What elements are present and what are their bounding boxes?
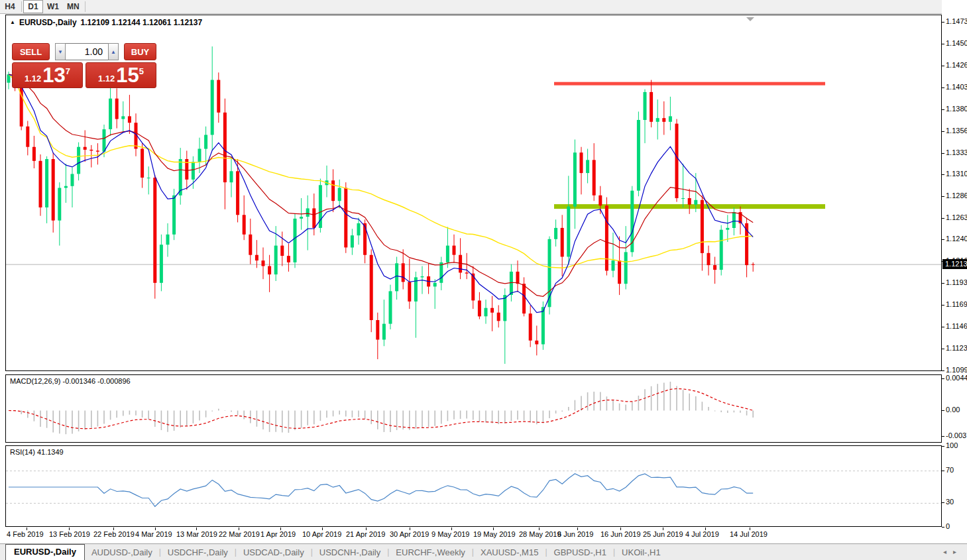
time-axis-label: 25 Jun 2019 [643, 530, 683, 538]
tab-scroll-arrows-icon[interactable]: ◂▸ [943, 548, 963, 555]
time-axis-tick [155, 528, 156, 530]
time-axis-tick [493, 528, 494, 530]
time-axis-tick [366, 528, 367, 530]
axis-tick [942, 109, 944, 110]
price-axis-label: 1.11465 [946, 322, 967, 330]
axis-tick [942, 174, 944, 175]
chart-shift-marker-icon[interactable] [746, 17, 754, 21]
price-axis-label: 1.14735 [946, 17, 967, 25]
timeframe-button-mn[interactable]: MN [63, 0, 84, 13]
time-axis-tick [322, 528, 323, 530]
price-axis-label: 1.14500 [946, 39, 967, 47]
chart-tab-usdchf-daily[interactable]: USDCHF-,Daily [161, 545, 235, 560]
chart-tab-ukoil-h1[interactable]: UKOil-,H1 [615, 545, 667, 560]
axis-tick [942, 502, 944, 503]
time-axis-tick [451, 528, 452, 530]
price-chart-pane[interactable]: ▲ EURUSD-,Daily 1.12109 1.12144 1.12061 … [5, 15, 942, 371]
price-axis-label: -0.003715 [946, 431, 967, 439]
timeframe-button-d1[interactable]: D1 [23, 0, 43, 13]
macd-label: MACD(12,26,9) -0.001346 -0.000896 [10, 377, 131, 385]
chart-tab-audusd-daily[interactable]: AUDUSD-,Daily [85, 545, 159, 560]
chart-symbol-label: EURUSD-,Daily [19, 18, 77, 27]
axis-tick [942, 410, 944, 411]
time-axis-tick [69, 528, 70, 530]
macd-indicator-pane[interactable]: MACD(12,26,9) -0.001346 -0.000896 [5, 374, 942, 443]
time-axis-tick [539, 528, 540, 530]
timeframe-button-w1[interactable]: W1 [43, 0, 63, 13]
time-axis-label: 13 Mar 2019 [176, 530, 217, 538]
price-axis-label: 1.14265 [946, 61, 967, 69]
sell-button[interactable]: SELL [12, 43, 50, 60]
price-axis-label: 1.11930 [946, 278, 967, 286]
price-axis-label: 1.13800 [946, 105, 967, 113]
timeframe-button-h4[interactable]: H4 [0, 0, 20, 13]
axis-tick [942, 283, 944, 284]
volume-input[interactable] [66, 43, 108, 60]
sell-price-pips: 13 [42, 66, 65, 85]
time-axis-label: 1 Apr 2019 [260, 530, 296, 538]
time-axis-label: 4 Feb 2019 [7, 530, 44, 538]
chart-tab-xauusd-m15[interactable]: XAUUSD-,M15 [474, 545, 545, 560]
chart-tab-eurchf-weekly[interactable]: EURCHF-,Weekly [389, 545, 472, 560]
time-axis-label: 19 May 2019 [473, 530, 516, 538]
time-axis-tick [410, 528, 410, 530]
chart-tab-gbpusd-h1[interactable]: GBPUSD-,H1 [547, 545, 613, 560]
buy-price-prefix: 1.12 [98, 72, 115, 85]
chart-tab-eurusd-daily[interactable]: EURUSD-,Daily [5, 544, 85, 560]
time-axis-label: 10 Apr 2019 [302, 530, 341, 538]
price-axis-label: 0 [946, 522, 950, 530]
price-axis-label: 1.13100 [946, 170, 967, 178]
price-axis-label: 100 [946, 441, 958, 449]
time-axis: 4 Feb 201913 Feb 201922 Feb 20194 Mar 20… [5, 528, 942, 542]
time-axis-tick [196, 528, 197, 530]
time-axis-label: 30 Apr 2019 [390, 530, 429, 538]
current-bid-badge: 1.12137 [942, 259, 967, 269]
chart-tab-usdcad-daily[interactable]: USDCAD-,Daily [237, 545, 311, 560]
axis-tick [942, 446, 944, 447]
axis-tick [942, 471, 944, 471]
axis-tick [942, 218, 944, 219]
axis-tick [942, 153, 944, 154]
axis-tick [942, 370, 944, 371]
price-axis-label: 1.12400 [946, 235, 967, 243]
trading-terminal-window: H4D1W1MN ▲ EURUSD-,Daily 1.12109 1.12144… [0, 0, 967, 560]
time-axis-tick [705, 528, 706, 530]
chart-tab-usdcnh-daily[interactable]: USDCNH-,Daily [313, 545, 387, 560]
sell-price-prefix: 1.12 [25, 72, 41, 85]
collapse-triangle-icon[interactable]: ▲ [10, 19, 15, 25]
axis-tick [942, 349, 944, 349]
price-axis-label: 1.12865 [946, 192, 967, 199]
time-axis-label: 13 Feb 2019 [49, 530, 90, 538]
timeframe-toolbar: H4D1W1MN [0, 0, 967, 14]
time-axis-label: 16 Jun 2019 [600, 530, 641, 538]
toolbar-separator [21, 1, 22, 12]
time-axis-label: 22 Mar 2019 [219, 530, 260, 538]
buy-price-pips: 15 [116, 66, 139, 85]
macd-signal-line [9, 389, 753, 429]
chart-tab-bar: EURUSD-,DailyAUDUSD-,Daily|USDCHF-,Daily… [0, 543, 967, 560]
buy-button[interactable]: BUY [124, 43, 156, 60]
axis-tick [942, 66, 944, 66]
price-axis-label: 0.00 [946, 406, 960, 414]
rsi-indicator-pane[interactable]: RSI(14) 41.1349 [5, 445, 942, 527]
price-axis-label: 0.004465 [946, 374, 967, 382]
axis-tick [942, 305, 944, 306]
price-axis-label: 1.13565 [946, 127, 967, 135]
buy-price-panel[interactable]: 1.12 15 5 [85, 62, 156, 88]
time-axis-label: 22 Feb 2019 [93, 530, 135, 538]
time-axis-label: 28 May 2019 [519, 530, 561, 538]
time-axis-label: 21 Apr 2019 [346, 530, 385, 538]
price-axis-label: 70 [946, 466, 954, 474]
time-axis-label: 14 Jul 2019 [730, 530, 768, 538]
time-axis-tick [239, 528, 239, 530]
axis-tick [942, 527, 944, 528]
price-axis-label: 30 [946, 498, 954, 506]
volume-decrement-button[interactable]: ▼ [55, 43, 66, 60]
axis-tick [942, 378, 944, 379]
volume-increment-button[interactable]: ▲ [108, 43, 119, 60]
price-axis-label: 1.12630 [946, 213, 967, 221]
one-click-trading-panel: SELL ▼ ▲ BUY 1.12 13 7 1.12 15 5 [12, 43, 156, 88]
time-axis-tick [280, 528, 281, 530]
sell-price-panel[interactable]: 1.12 13 7 [12, 62, 83, 88]
rsi-label: RSI(14) 41.1349 [10, 448, 64, 456]
